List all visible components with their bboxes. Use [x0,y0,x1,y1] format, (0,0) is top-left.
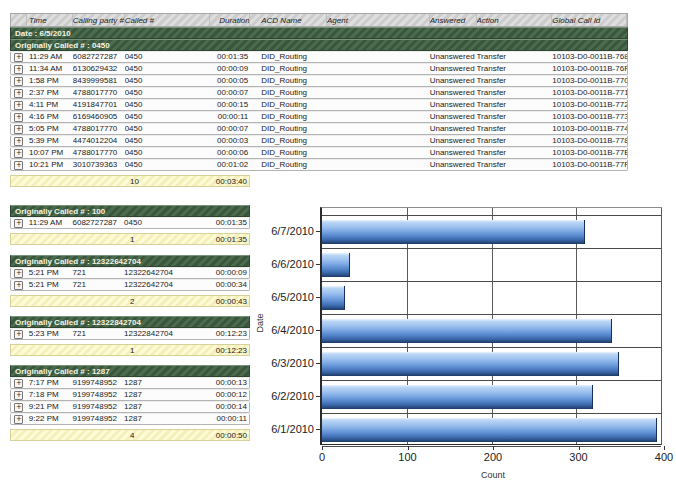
y-tick-label: 6/7/2010 [256,225,314,237]
calling-party-cell: 3010739363 [73,160,125,170]
acd-name-cell: DID_Routing [261,64,327,74]
global-call-id-cell: 10103-D0-0011B-770 [552,76,627,86]
duration-cell: 00:00:07 [210,124,250,134]
expand-row-icon[interactable]: + [14,281,23,290]
table-row: +5:39 PM4474012204045000:00:03DID_Routin… [10,135,628,147]
expand-row-icon[interactable]: + [14,379,23,388]
time-cell: 5:05 PM [27,124,73,134]
expand-row-icon[interactable]: + [14,330,23,339]
called-number-cell: 1287 [124,414,209,424]
acd-name-cell: DID_Routing [261,124,327,134]
answered-cell: Unanswered [430,148,477,158]
expand-row-icon[interactable]: + [14,101,23,110]
action-cell: Transfer [477,136,553,146]
x-axis-title: Count [481,470,505,480]
calling-party-cell: 4788017770 [73,124,125,134]
duration-cell: 00:00:14 [209,402,249,412]
summary-count: 4 [124,430,209,440]
expand-cell: + [11,136,27,146]
acd-name-cell: DID_Routing [261,148,327,158]
expand-row-icon[interactable]: + [14,391,23,400]
calling-party-cell: 4191847701 [73,100,125,110]
summary-duration: 00:03:40 [209,176,249,186]
bar-6/5/2010 [322,286,345,310]
expand-row-icon[interactable]: + [14,137,23,146]
time-cell: 5:39 PM [27,136,73,146]
y-tick-label: 6/5/2010 [256,291,314,303]
calling-party-cell: 8439999581 [73,76,125,86]
expand-cell: + [11,280,27,290]
y-tick-mark [316,330,321,331]
y-tick-label: 6/3/2010 [256,357,314,369]
y-tick-label: 6/4/2010 [256,324,314,336]
called-number-cell: 0450 [125,88,211,98]
bar-6/4/2010 [322,319,612,343]
y-tick-mark [316,264,321,265]
x-tick-mark [408,446,409,450]
calling-party-cell: 4788017770 [73,148,125,158]
called-number-cell: 0450 [125,100,211,110]
expand-row-icon[interactable]: + [14,161,23,170]
expand-row-icon[interactable]: + [14,53,23,62]
called-number-cell: 12322642704 [124,280,209,290]
group-table: Originally Called # : 100 +11:29 AM60827… [10,205,250,245]
time-cell: 7:17 PM [27,378,73,388]
duration-cell: 00:00:11 [209,414,249,424]
table-row: +4:16 PM6169460905045000:00:11DID_Routin… [10,111,628,123]
gridline-horizontal [322,413,661,414]
x-tick-label: 400 [655,451,673,463]
duration-cell: 00:00:06 [210,148,250,158]
action-cell: Transfer [477,112,553,122]
duration-cell: 00:00:11 [210,112,250,122]
time-cell: 1:58 PM [27,76,73,86]
action-cell: Transfer [477,160,553,170]
table-row: +7:18 PM9199748952128700:00:12 [10,389,250,401]
expand-row-icon[interactable]: + [14,415,23,424]
column-header: Time [27,14,73,26]
y-tick-label: 6/1/2010 [256,423,314,435]
global-call-id-cell: 10103-D0-0011B-76F [552,64,627,74]
duration-cell: 00:00:12 [209,390,249,400]
action-cell: Transfer [477,52,553,62]
column-header: ACD Name [261,14,327,26]
expand-row-icon[interactable]: + [14,219,23,228]
header-expand [11,14,27,26]
duration-cell: 00:00:05 [210,76,250,86]
expand-row-icon[interactable]: + [14,149,23,158]
expand-row-icon[interactable]: + [14,65,23,74]
expand-row-icon[interactable]: + [14,125,23,134]
bar-6/6/2010 [322,253,350,277]
calling-party-cell: 721 [72,268,124,278]
gridline-horizontal [322,446,661,447]
called-number-cell: 0450 [124,218,209,228]
action-cell: Transfer [477,100,553,110]
global-call-id-cell: 10103-D0-0011B-778 [552,136,627,146]
group-table: Originally Called # : 1287 +7:17 PM91997… [10,365,250,441]
x-tick-mark [493,446,494,450]
called-number-cell: 1287 [124,378,209,388]
group-summary-row: 10 00:03:40 [10,175,250,187]
summary-count: 2 [124,296,209,306]
table-row: +1:58 PM8439999581045000:00:05DID_Routin… [10,75,628,87]
gridline-horizontal [322,314,661,315]
expand-row-icon[interactable]: + [14,269,23,278]
expand-cell: + [11,76,27,86]
expand-row-icon[interactable]: + [14,89,23,98]
expand-cell: + [11,268,27,278]
agent-cell [327,52,430,62]
called-number-cell: 0450 [125,136,211,146]
expand-row-icon[interactable]: + [14,403,23,412]
expand-cell: + [11,64,27,74]
expand-row-icon[interactable]: + [14,77,23,86]
agent-cell [327,148,430,158]
answered-cell: Unanswered [430,76,477,86]
group-table: Originally Called # : 12322842704 +5:23 … [10,316,250,356]
y-tick-mark [316,297,321,298]
acd-name-cell: DID_Routing [261,88,327,98]
calling-party-cell: 721 [72,280,124,290]
time-cell: 4:16 PM [27,112,73,122]
called-number-cell: 1287 [124,402,209,412]
time-cell: 11:29 AM [27,52,73,62]
expand-row-icon[interactable]: + [14,113,23,122]
duration-cell: 00:00:15 [210,100,250,110]
